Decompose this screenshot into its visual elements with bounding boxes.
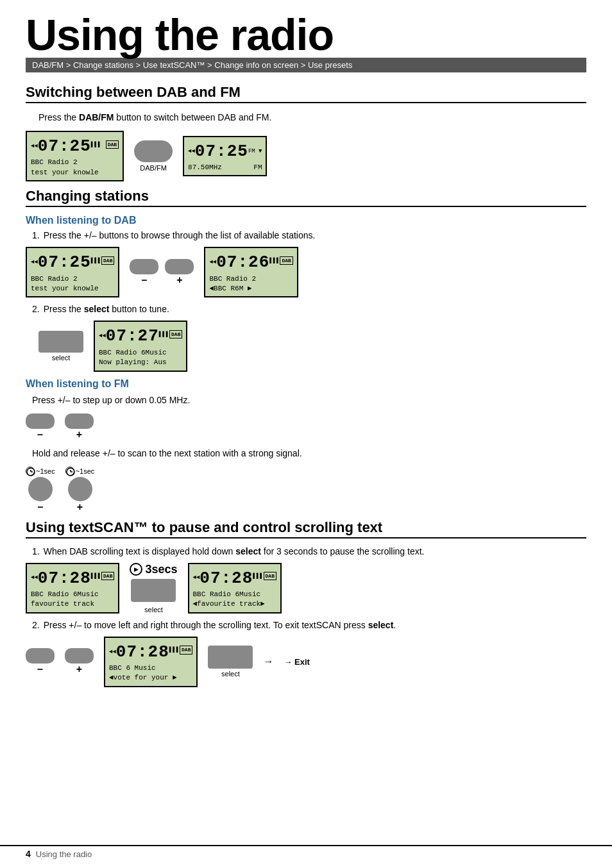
step2-row: 2. Press the select button to tune. xyxy=(32,304,586,314)
fm-sub-heading: When listening to FM xyxy=(26,378,586,390)
minus-label: – xyxy=(141,274,147,286)
fm-plus-button[interactable] xyxy=(65,413,94,429)
changing-heading: Changing stations xyxy=(26,188,586,207)
footer: 4 Using the radio xyxy=(0,845,612,862)
lcd-s3: ◄◄ 07:25 ▌▌▌DAB BBC Radio 2 test your kn… xyxy=(26,247,119,297)
select-button-step2[interactable] xyxy=(38,331,83,353)
dab-fm-button[interactable] xyxy=(134,140,173,162)
lcd-s4: ◄◄ 07:26 ▌▌▌DAB BBC Radio 2 ◄BBC R6M ► xyxy=(204,247,298,297)
textscan-heading: Using textSCAN™ to pause and control scr… xyxy=(26,519,586,538)
fm-step1-text: Press +/– to step up or down 0.05 MHz. xyxy=(32,394,586,407)
step1-row: 1. Press the +/– buttons to browse throu… xyxy=(32,230,586,240)
exit-arrow: → xyxy=(263,656,273,667)
minus-button[interactable] xyxy=(130,259,158,274)
step2-text: Press the select button to tune. xyxy=(44,304,169,314)
textscan-step2-illustration: – + ◄◄ 07:28 ▌▌▌DAB BBC 6 Music ◄vote fo… xyxy=(26,637,586,687)
dab-fm-label: DAB/FM xyxy=(140,164,167,172)
step1-illustration: ◄◄ 07:25 ▌▌▌DAB BBC Radio 2 test your kn… xyxy=(26,247,586,297)
fm-minus-button[interactable] xyxy=(26,413,55,429)
textscan-step2-row: 2. Press +/– to move left and right thro… xyxy=(32,620,586,630)
clock-icon-minus xyxy=(26,467,35,476)
switching-heading: Switching between DAB and FM xyxy=(26,84,586,103)
lcd-s6: ◄◄ 07:28 ▌▌▌DAB BBC Radio 6Music favouri… xyxy=(26,563,119,613)
textscan-step2-text: Press +/– to move left and right through… xyxy=(44,620,396,630)
fm-step1-illustration: – + xyxy=(26,413,586,440)
lcd-dab-screen: ◄◄ 07:25 ▌▌▌ DAB BBC Radio 2 test your k… xyxy=(26,131,124,181)
fm-step2-text: Hold and release +/– to scan to the next… xyxy=(32,447,586,460)
exit-label: → Exit xyxy=(284,657,309,667)
textscan-step1-illustration: ◄◄ 07:28 ▌▌▌DAB BBC Radio 6Music favouri… xyxy=(26,563,586,613)
plus-button[interactable] xyxy=(165,259,194,274)
lcd-s8: ◄◄ 07:28 ▌▌▌DAB BBC 6 Music ◄vote for yo… xyxy=(104,637,198,687)
lcd-s7: ◄◄ 07:28 ▌▌▌DAB BBC Radio 6Music ◄favour… xyxy=(188,563,282,613)
select-label-step2: select xyxy=(52,354,71,362)
textscan-step1-row: 1. When DAB scrolling text is displayed … xyxy=(32,546,586,556)
ts-select-button[interactable] xyxy=(208,646,253,669)
switching-body: Press the DAB/FM button to switch betwee… xyxy=(38,111,586,124)
section-textscan: Using textSCAN™ to pause and control scr… xyxy=(26,519,586,687)
three-secs-label: 3secs xyxy=(145,563,177,576)
play-icon: ▶ xyxy=(130,563,142,576)
section-switching: Switching between DAB and FM Press the D… xyxy=(26,84,586,181)
lcd-s5: ◄◄ 07:27 ▌▌▌DAB BBC Radio 6Music Now pla… xyxy=(94,321,187,371)
switching-illustration: ◄◄ 07:25 ▌▌▌ DAB BBC Radio 2 test your k… xyxy=(26,131,586,181)
fm-hold-plus-button[interactable] xyxy=(68,477,92,501)
fm-hold-minus-button[interactable] xyxy=(28,477,53,501)
lcd-fm-screen: ◄◄ 07:25 FM ▼ 87.50MHz FM xyxy=(183,136,267,177)
page-title: Using the radio xyxy=(26,13,586,56)
select-button-textscan[interactable] xyxy=(131,579,176,602)
footer-text: Using the radio xyxy=(36,849,92,859)
step2-illustration: select ◄◄ 07:27 ▌▌▌DAB BBC Radio 6Music … xyxy=(38,321,586,371)
footer-page-num: 4 xyxy=(26,849,31,859)
textscan-step1-text: When DAB scrolling text is displayed hol… xyxy=(44,546,425,556)
ts-plus-button[interactable] xyxy=(65,648,94,664)
section-changing: Changing stations When listening to DAB … xyxy=(26,188,586,512)
dab-sub-heading: When listening to DAB xyxy=(26,215,586,226)
fm-step2-illustration: ~1sec – ~1sec xyxy=(26,467,586,513)
clock-icon-plus xyxy=(65,467,74,476)
ts-minus-button[interactable] xyxy=(26,648,55,664)
step1-text: Press the +/– buttons to browse through … xyxy=(44,230,316,240)
plus-label: + xyxy=(176,274,182,286)
breadcrumb: DAB/FM > Change stations > Use textSCAN™… xyxy=(26,58,586,72)
